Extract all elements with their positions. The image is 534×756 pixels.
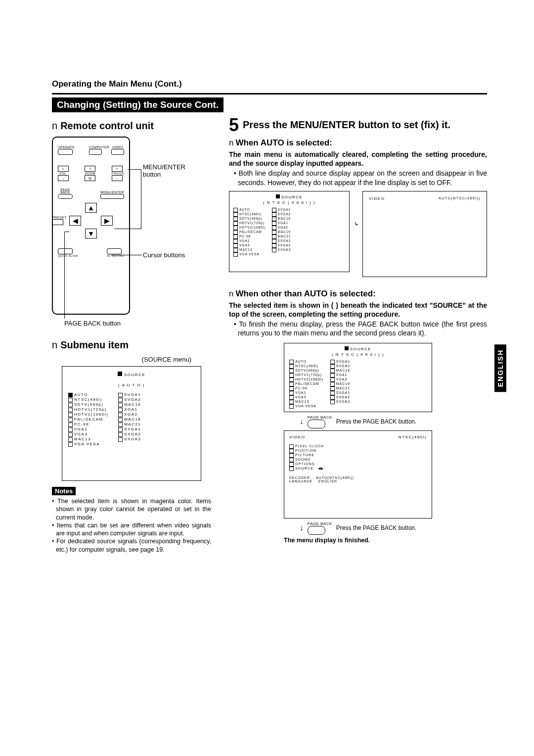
- osd-item: MAC13: [289, 400, 323, 404]
- osd-item: HDTV1(720p): [68, 407, 108, 412]
- osd-item: PC-98: [68, 422, 108, 427]
- other-bullet-text: • To finish the menu display, press the …: [234, 320, 487, 337]
- other-bold-text: The selected item is shown in ( ) beneat…: [229, 301, 487, 319]
- osd-item: XGA1: [330, 373, 350, 378]
- auto-bullet-text: • Both line display and source display a…: [234, 169, 487, 187]
- osd-item: SVGA2: [272, 212, 291, 217]
- osd-item: SXGA3: [118, 437, 141, 442]
- section-heading: Operating the Main Menu (Cont.): [52, 79, 487, 89]
- subsection-bar: Changing (Setting) the Source Cont.: [52, 97, 223, 112]
- osd-item: SVGA2: [118, 397, 141, 402]
- when-auto-heading: nWhen AUTO is selected:: [229, 138, 487, 148]
- main-menu-item: PICTURE: [289, 453, 427, 458]
- when-other-heading: nWhen other than AUTO is selected:: [229, 289, 487, 299]
- osd-item: SVGA2: [330, 364, 350, 369]
- osd-item: HDTV2(1080i): [68, 412, 108, 417]
- auto-result-diagram: SOURCE ( N T S C ( 4 8 0 i ) ) AUTONTSC(…: [229, 191, 487, 277]
- remote-diagram: MENU/ENTER button Cursor buttons PAGE BA…: [52, 137, 211, 325]
- auto-bold-text: The main menu is automatically cleared, …: [229, 150, 487, 168]
- osd-item: MAC16: [272, 217, 291, 221]
- osd-item: SDTV(480p): [68, 402, 108, 407]
- osd-item: SXGA2: [272, 243, 291, 248]
- osd-item: MAC19: [330, 382, 350, 386]
- osd-item: SXGA3: [330, 400, 350, 404]
- osd-item: SVGA1: [330, 360, 350, 364]
- note-2: • Items that can be set are different wh…: [52, 521, 211, 538]
- remote-heading: nRemote control unit: [52, 120, 211, 132]
- other-flow-diagram: SOURCE ( N T S C ( 4 8 0 i ) ) AUTONTSC(…: [284, 343, 432, 544]
- osd-item: MAC13: [68, 437, 108, 442]
- main-menu-item: OPTIONS: [289, 462, 427, 467]
- osd-item: HDTV1(720p): [289, 373, 323, 378]
- osd-item: MAC16: [330, 369, 350, 373]
- osd-item: VGA3: [289, 395, 323, 400]
- osd-item: XGA2: [118, 412, 141, 417]
- osd-item: PC-98: [233, 235, 266, 239]
- osd-item: HDTV2(1080i): [289, 378, 323, 382]
- osd-item: SXGA1: [272, 239, 291, 243]
- finished-text: The menu display is finished.: [284, 537, 432, 544]
- osd-item: MAC21: [330, 386, 350, 391]
- osd-item: VGA VESA: [233, 252, 266, 257]
- source-menu-caption: (SOURCE menu): [52, 356, 211, 363]
- osd-item: PAL/SECAM: [68, 417, 108, 422]
- osd-item: MAC16: [118, 402, 141, 407]
- submenu-heading: nSubmenu item: [52, 339, 211, 351]
- main-menu-item: SOURCE ◀▶: [289, 467, 427, 471]
- osd-item: PC-98: [289, 386, 323, 391]
- page-back-icon: [308, 420, 325, 428]
- osd-item: XGA2: [330, 378, 350, 382]
- osd-item: MAC19: [272, 230, 291, 235]
- osd-item: VGA3: [233, 243, 266, 248]
- label-cursor: Cursor buttons: [143, 251, 185, 259]
- osd-item: XGA1: [118, 407, 141, 412]
- osd-item: PAL/SECAM: [233, 230, 266, 235]
- source-menu-left: SOURCE ( A U T O ) AUTONTSC(480i)SDTV(48…: [62, 366, 201, 481]
- label-page-back: PAGE BACK button: [64, 320, 121, 327]
- osd-item: SXGA2: [118, 432, 141, 437]
- osd-item: SVGA1: [118, 392, 141, 397]
- osd-item: XGA2: [272, 226, 291, 230]
- osd-item: NTSC(480i): [233, 212, 266, 217]
- osd-item: SDTV(480p): [289, 369, 323, 373]
- osd-item: VGA3: [68, 432, 108, 437]
- osd-item: SXGA2: [330, 395, 350, 400]
- osd-item: AUTO: [289, 360, 323, 364]
- osd-item: SDTV(480p): [233, 217, 266, 221]
- osd-item: XGA1: [272, 221, 291, 226]
- osd-item: VGA1: [233, 239, 266, 243]
- osd-item: PAL/SECAM: [289, 382, 323, 386]
- language-tab: ENGLISH: [494, 344, 506, 392]
- osd-item: VGA VESA: [68, 442, 108, 447]
- osd-item: SXGA1: [330, 391, 350, 395]
- osd-item: HDTV1(720p): [233, 221, 266, 226]
- osd-item: MAC13: [233, 248, 266, 252]
- step-title: 5 Press the MENU/ENTER button to set (fi…: [229, 119, 487, 133]
- osd-item: VGA1: [68, 427, 108, 432]
- osd-item: SVGA1: [272, 208, 291, 212]
- label-menu-enter: MENU/ENTER button: [143, 163, 202, 178]
- osd-item: MAC21: [118, 422, 141, 427]
- osd-item: NTSC(480i): [289, 364, 323, 369]
- osd-item: VGA1: [289, 391, 323, 395]
- osd-item: AUTO: [68, 392, 108, 397]
- osd-item: MAC21: [272, 235, 291, 239]
- main-menu-item: PIXEL CLOCK: [289, 444, 427, 449]
- notes-label: Notes: [52, 487, 76, 495]
- osd-item: SXGA1: [118, 427, 141, 432]
- osd-item: MAC19: [118, 417, 141, 422]
- note-1: • The selected item is shown in magenta …: [52, 497, 211, 521]
- page-back-icon: [308, 526, 325, 535]
- main-menu-item: SOUND: [289, 458, 427, 462]
- down-arrow-icon: ↓: [300, 523, 304, 532]
- osd-item: NTSC(480i): [68, 397, 108, 402]
- osd-item: AUTO: [233, 208, 266, 212]
- down-arrow-icon: ↓: [300, 417, 304, 426]
- arrow-icon: ↳: [350, 191, 362, 227]
- osd-item: VGA VESA: [289, 404, 323, 409]
- osd-item: SXGA3: [272, 248, 291, 252]
- main-menu-item: POSITION: [289, 449, 427, 453]
- note-3: • For dedicated source signals (correspo…: [52, 537, 211, 554]
- osd-item: HDTV2(1080i): [233, 226, 266, 230]
